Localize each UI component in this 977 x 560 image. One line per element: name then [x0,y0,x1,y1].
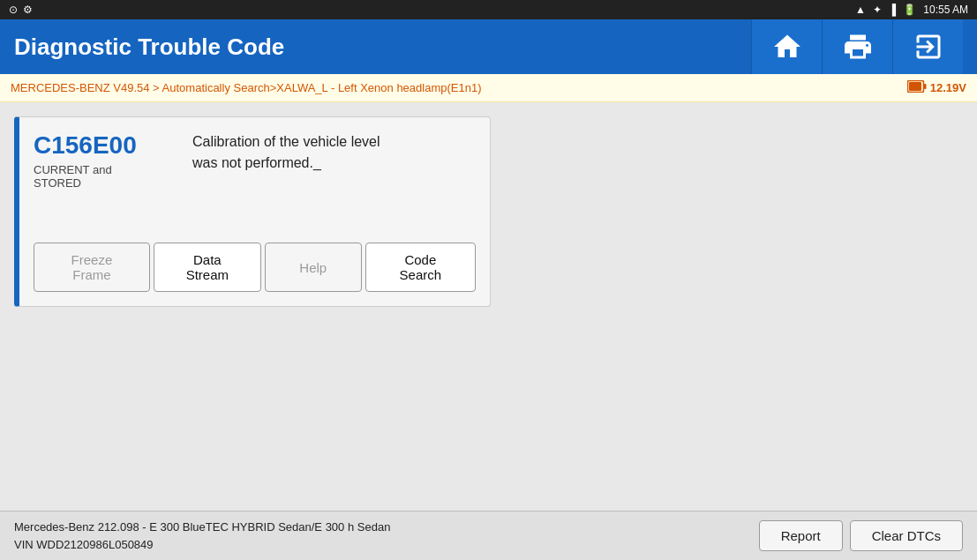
wifi-icon: ▲ [855,4,866,16]
footer-info: Mercedes-Benz 212.098 - E 300 BlueTEC HY… [14,519,390,553]
data-stream-button[interactable]: Data Stream [154,243,261,292]
breadcrumb: MERCEDES-BENZ V49.54 > Automatically Sea… [0,74,977,102]
page-title: Diagnostic Trouble Code [14,34,751,61]
home-button[interactable] [751,19,822,74]
android-icon: ⊙ [9,4,18,16]
settings-icon: ⚙ [23,4,33,16]
help-button[interactable]: Help [265,243,362,292]
print-icon [842,31,874,63]
battery-icon-svg [907,80,927,95]
battery-indicator: 12.19V [907,80,966,95]
svg-rect-1 [924,84,927,89]
dtc-card: C156E00 CURRENT and STORED Calibration o… [14,116,491,307]
dtc-right: Calibration of the vehicle level was not… [175,131,476,174]
clock: 10:55 AM [923,4,968,16]
signal-icon: ▐ [889,4,897,16]
bluetooth-icon: ✦ [873,4,882,16]
dtc-description: Calibration of the vehicle level was not… [175,131,476,174]
freeze-frame-button[interactable]: Freeze Frame [34,243,150,292]
header-buttons [751,19,963,74]
home-icon [771,31,803,63]
dtc-status: CURRENT and STORED [34,163,175,190]
footer-buttons: Report Clear DTCs [759,520,963,551]
action-buttons: Freeze Frame Data Stream Help Code Searc… [34,243,476,292]
footer: Mercedes-Benz 212.098 - E 300 BlueTEC HY… [0,511,977,560]
breadcrumb-text: MERCEDES-BENZ V49.54 > Automatically Sea… [11,81,482,94]
battery-icon: 🔋 [903,4,916,16]
header: Diagnostic Trouble Code [0,19,977,74]
exit-button[interactable] [892,19,963,74]
dtc-code: C156E00 [34,131,175,160]
dtc-left: C156E00 CURRENT and STORED [34,131,175,190]
vehicle-info-line2: VIN WDD2120986L050849 [14,536,390,554]
svg-rect-2 [909,82,921,91]
dtc-top: C156E00 CURRENT and STORED Calibration o… [34,131,476,190]
exit-icon [913,31,944,63]
status-bar: ⊙ ⚙ ▲ ✦ ▐ 🔋 10:55 AM [0,0,977,19]
report-button[interactable]: Report [759,520,843,551]
vehicle-info-line1: Mercedes-Benz 212.098 - E 300 BlueTEC HY… [14,519,390,536]
code-search-button[interactable]: Code Search [365,243,476,292]
print-button[interactable] [822,19,892,74]
battery-voltage: 12.19V [930,81,966,94]
main-content: C156E00 CURRENT and STORED Calibration o… [0,102,977,511]
clear-dtcs-button[interactable]: Clear DTCs [850,520,963,551]
